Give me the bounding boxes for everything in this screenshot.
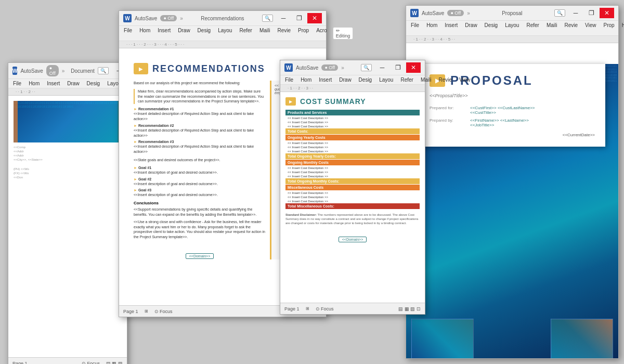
restore-btn-2[interactable]: ❐ [292,13,306,23]
autosave-label-4: AutoSave [422,10,444,16]
close-btn-2[interactable]: ✕ [307,13,322,23]
doc-image-1: 1011010010110100101101001011010010110100… [14,101,122,142]
goal2-title: ► Goal #2 [134,177,266,181]
menu-references-3[interactable]: Refer [399,76,414,83]
more-options-4[interactable]: » [467,10,470,16]
menu-insert-1[interactable]: Insert [45,80,61,87]
menu-view-4[interactable]: View [583,22,598,34]
prepared-by-label: Prepared by: [430,118,466,127]
addr-field: <<Addr [14,150,122,153]
menu-draw-2[interactable]: Draw [176,27,191,40]
search-box-2[interactable]: 🔍 [262,15,273,22]
menu-mailings-2[interactable]: Maili [258,27,272,40]
menu-home-4[interactable]: Hom [425,22,439,34]
focus-btn-2[interactable]: ⊙ Focus [154,309,173,314]
menu-insert-3[interactable]: Insert [317,76,333,83]
domain-footer-2: <<Domain>> [134,250,266,259]
doc-content-1: 1011010010110100101101001011010010110100… [8,96,127,357]
domain-placeholder-2: <<Domain>> [186,253,214,259]
minimize-btn-4[interactable]: ─ [568,8,583,18]
restore-btn-3[interactable]: ❐ [391,62,405,73]
minimize-btn-3[interactable]: ─ [375,62,389,73]
word-icon-4: W [410,9,419,17]
menu-design-3[interactable]: Desig [357,76,374,83]
goals-intro: <<State goals and desired outcomes of th… [134,158,266,163]
cost-row-9: << Insert Cost Description >> [285,174,420,178]
autosave-toggle-3[interactable]: ● Off [321,64,338,71]
menu-design-2[interactable]: Desig [196,27,213,40]
menu-references-2[interactable]: Refer [238,27,253,40]
search-box-3[interactable]: 🔍 [361,64,372,71]
menu-draw-3[interactable]: Draw [337,76,353,83]
menu-layout-2[interactable]: Layou [216,27,233,40]
menu-review-2[interactable]: Revie [276,27,292,40]
doc-scroll-4[interactable]: 1011010010110100101101001011010010110100… [406,43,618,358]
autosave-label-2: AutoSave [135,16,157,21]
menu-home-2[interactable]: Hom [138,27,152,40]
search-box-1[interactable]: 🔍 [98,67,109,74]
menu-insert-2[interactable]: Insert [156,27,172,40]
menu-mailings-3[interactable]: Maili [419,76,433,83]
menu-acro-2[interactable]: Acro [315,27,329,40]
city-field: <<City>>, <<State>> [14,158,122,161]
menu-design-4[interactable]: Desig [483,22,500,34]
doc-title-1: Document [71,68,95,74]
rec-main-col: Based on our analysis of this project we… [134,81,266,259]
close-btn-4[interactable]: ✕ [600,8,614,18]
more-options-1[interactable]: » [62,68,65,74]
menu-design-1[interactable]: Desig [85,80,102,87]
date-row: <<CurrentDate>> [430,133,595,137]
restore-btn-4[interactable]: ❐ [584,8,599,18]
doc-scroll-3[interactable]: ▶ COST SUMMARY Products and Services << … [280,92,425,303]
doc-content-3: ▶ COST SUMMARY Products and Services << … [280,92,425,303]
cost-row-6: << Insert Cost Description >> [285,149,420,153]
rec-title: RECOMMENDATIONS [152,63,265,74]
word-window-cost: W AutoSave ● Off » 🔍 ─ ❐ ✕ File Hom Inse… [280,60,425,315]
rec3-text: <<Insert detailed description of Require… [134,144,266,154]
menu-file-2[interactable]: File [122,27,134,40]
menu-file-3[interactable]: File [283,76,295,83]
more-options-3[interactable]: » [341,65,344,71]
word-icon-1: W [12,67,17,75]
goal-item-3: ► Goal #3 <<Insert description of goal a… [134,188,266,198]
menu-file-1[interactable]: File [11,80,23,87]
menu-review-3[interactable]: Revie [437,76,453,83]
rec-doc-icon: ▶ [134,63,148,74]
menu-layout-4[interactable]: Layou [503,22,521,34]
menu-prop-4[interactable]: Prop [602,22,616,34]
autosave-toggle-2[interactable]: ● Off [160,15,177,21]
conclusions-title: Conclusions [134,201,266,205]
menu-references-4[interactable]: Refer [525,22,540,34]
menu-draw-1[interactable]: Draw [66,80,81,87]
minimize-btn-2[interactable]: ─ [276,13,291,23]
menu-layout-3[interactable]: Layou [378,76,395,83]
comp-field: <<Comp [14,146,122,149]
close-btn-3[interactable]: ✕ [406,62,421,73]
goal2-text: <<Insert description of goal and desired… [134,181,266,187]
menu-view-3[interactable]: View [458,76,472,83]
menu-home-3[interactable]: Hom [299,76,313,83]
rec-intro: Based on our analysis of this project we… [134,81,266,86]
rec-bullets-area: Make firm, clear recommendations accompa… [134,89,266,104]
menu-home-1[interactable]: Hom [27,80,41,87]
focus-btn-3[interactable]: ⊙ Focus [316,306,334,311]
menu-bar-1: File Hom Insert Draw Desig Layou Refer M… [8,79,127,88]
focus-btn-1[interactable]: ⊙ Focus [82,361,100,365]
menu-insert-4[interactable]: Insert [443,22,459,34]
more-options-2[interactable]: » [180,16,183,21]
menu-prop-2[interactable]: Prop [296,27,310,40]
search-box-4[interactable]: 🔍 [554,9,565,17]
menu-draw-4[interactable]: Draw [463,22,478,34]
domain-placeholder-3: <<Domain>> [339,237,367,242]
menu-file-4[interactable]: File [409,22,421,34]
autosave-toggle-1[interactable]: ● Off [46,65,59,76]
goal3-title: ► Goal #3 [134,188,266,192]
binary-bg-1: 1011010010110100101101001011010010110100… [14,101,122,142]
menu-bar-2: File Hom Insert Draw Desig Layou Refer M… [119,26,326,41]
menu-review-4[interactable]: Revie [563,22,579,34]
menu-bar-3: File Hom Insert Draw Desig Layou Refer M… [280,75,425,85]
menu-help-4[interactable]: Help [620,22,624,34]
autosave-toggle-4[interactable]: ● Off [447,10,464,16]
menu-bar-4: File Hom Insert Draw Desig Layou Refer M… [406,21,618,36]
menu-mailings-4[interactable]: Maili [545,22,559,34]
